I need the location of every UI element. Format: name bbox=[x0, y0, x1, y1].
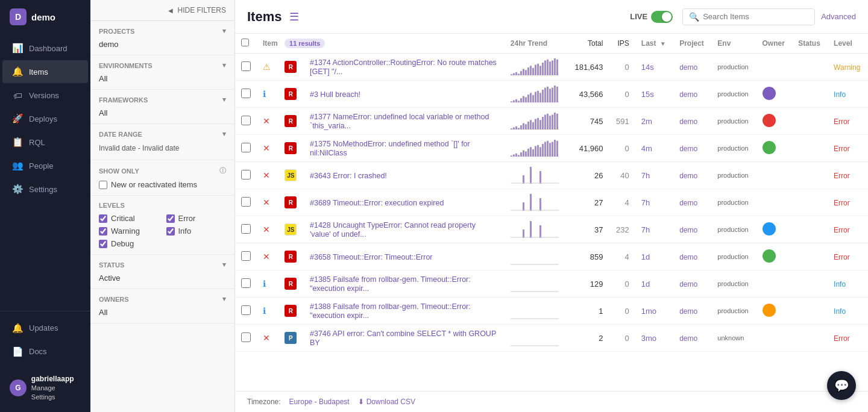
svg-rect-7 bbox=[527, 67, 529, 75]
project-link[interactable]: demo bbox=[679, 199, 697, 207]
ips-cell: 0 bbox=[609, 325, 635, 352]
live-toggle[interactable] bbox=[651, 11, 673, 23]
sidebar-item-versions[interactable]: 🏷 Versions bbox=[2, 84, 88, 107]
row-checkbox[interactable] bbox=[241, 278, 251, 288]
critical-checkbox[interactable] bbox=[99, 214, 107, 223]
row-checkbox[interactable] bbox=[241, 170, 251, 179]
owner-cell bbox=[756, 81, 793, 108]
new-reactivated-checkbox[interactable] bbox=[99, 181, 107, 189]
advanced-link[interactable]: Advanced bbox=[821, 12, 856, 21]
row-checkbox[interactable] bbox=[241, 89, 251, 98]
frameworks-filter-toggle[interactable]: FRAMEWORKS ▾ bbox=[99, 96, 226, 104]
owners-filter-toggle[interactable]: OWNERS ▾ bbox=[99, 295, 226, 303]
project-link[interactable]: demo bbox=[679, 172, 697, 180]
level-debug: Debug bbox=[99, 239, 159, 248]
row-checkbox[interactable] bbox=[241, 224, 251, 234]
date-range-value: Invalid date - Invalid date bbox=[99, 143, 226, 154]
status-cell bbox=[792, 189, 828, 216]
total-col-header[interactable]: Total bbox=[567, 34, 609, 54]
sidebar-item-items[interactable]: 🔔 Items bbox=[2, 60, 88, 83]
sparkline bbox=[511, 166, 561, 184]
status-cell bbox=[792, 162, 828, 189]
row-checkbox[interactable] bbox=[241, 116, 251, 125]
item-link[interactable]: #3 Hull breach! bbox=[310, 90, 360, 99]
item-link[interactable]: #3643 Error: I crashed! bbox=[310, 172, 387, 180]
project-link[interactable]: demo bbox=[679, 226, 697, 234]
svg-rect-45 bbox=[523, 123, 524, 130]
status-filter-toggle[interactable]: STATUS ▾ bbox=[99, 261, 226, 269]
sidebar-item-dashboard[interactable]: 📊 Dashboard bbox=[2, 37, 88, 60]
item-link[interactable]: #1375 NoMethodError: undefined method `[… bbox=[310, 140, 470, 157]
row-checkbox[interactable] bbox=[241, 251, 251, 261]
warning-checkbox[interactable] bbox=[99, 227, 107, 236]
row-checkbox[interactable] bbox=[241, 197, 251, 207]
search-input[interactable] bbox=[703, 12, 808, 21]
status-label: STATUS bbox=[99, 261, 124, 269]
item-link[interactable]: #1374 ActionController::RoutingError: No… bbox=[310, 58, 497, 76]
show-only-info-icon[interactable]: ⓘ bbox=[219, 166, 226, 175]
svg-rect-90 bbox=[539, 225, 541, 238]
item-link[interactable]: #1428 Uncaught TypeError: Cannot read pr… bbox=[310, 221, 476, 239]
chat-button[interactable]: 💬 bbox=[827, 371, 856, 400]
project-link[interactable]: demo bbox=[679, 334, 697, 343]
row-checkbox[interactable] bbox=[241, 143, 251, 152]
app-logo[interactable]: D demo bbox=[0, 0, 90, 34]
project-link[interactable]: demo bbox=[679, 307, 697, 316]
live-badge: LIVE bbox=[630, 11, 673, 23]
project-link[interactable]: demo bbox=[679, 63, 697, 72]
sidebar-item-deploys[interactable]: 🚀 Deploys bbox=[2, 107, 88, 130]
list-view-icon[interactable]: ☰ bbox=[288, 8, 301, 25]
row-checkbox[interactable] bbox=[241, 332, 251, 342]
sidebar-item-rql[interactable]: 📋 RQL bbox=[2, 131, 88, 154]
project-link[interactable]: demo bbox=[679, 145, 697, 153]
error-checkbox[interactable] bbox=[166, 214, 175, 223]
svg-rect-84 bbox=[523, 202, 524, 211]
sidebar-item-docs[interactable]: 📄 Docs bbox=[2, 340, 88, 363]
debug-checkbox[interactable] bbox=[99, 240, 107, 248]
last-col-header[interactable]: Last ▼ bbox=[635, 34, 673, 54]
info-checkbox[interactable] bbox=[166, 227, 175, 236]
sidebar-item-label: People bbox=[29, 161, 53, 170]
project-link[interactable]: demo bbox=[679, 253, 697, 261]
dashboard-icon: 📊 bbox=[12, 43, 23, 54]
row-checkbox[interactable] bbox=[241, 305, 251, 315]
row-checkbox[interactable] bbox=[241, 61, 251, 71]
project-link[interactable]: demo bbox=[679, 117, 697, 126]
item-link[interactable]: #1385 Failsafe from rollbar-gem. Timeout… bbox=[310, 275, 471, 293]
environments-filter-toggle[interactable]: ENVIRONMENTS ▾ bbox=[99, 61, 226, 69]
total-cell: 37 bbox=[567, 216, 609, 243]
sidebar-item-settings[interactable]: ⚙️ Settings bbox=[2, 178, 88, 201]
date-range-filter-toggle[interactable]: DATE RANGE ▾ bbox=[99, 130, 226, 138]
level-badge: Info bbox=[834, 307, 846, 316]
sidebar-item-people[interactable]: 👥 People bbox=[2, 154, 88, 177]
table-row: ℹ R #1388 Failsafe from rollbar-gem. Tim… bbox=[235, 298, 868, 325]
status-cell bbox=[792, 216, 828, 243]
svg-rect-82 bbox=[539, 171, 541, 184]
item-link[interactable]: #1377 NameError: undefined local variabl… bbox=[310, 113, 489, 130]
projects-filter-toggle[interactable]: PROJECTS ▾ bbox=[99, 27, 226, 35]
item-link[interactable]: #3658 Timeout::Error: Timeout::Error bbox=[310, 253, 433, 261]
hide-filters-label: HIDE FILTERS bbox=[178, 6, 226, 14]
svg-rect-37 bbox=[552, 88, 553, 103]
sidebar-item-label: Docs bbox=[29, 347, 47, 356]
total-cell: 181,643 bbox=[567, 54, 609, 81]
svg-rect-16 bbox=[549, 61, 551, 75]
owners-value: All bbox=[99, 308, 226, 317]
item-link[interactable]: #1388 Failsafe from rollbar-gem. Timeout… bbox=[310, 302, 471, 320]
item-link[interactable]: #3689 Timeout::Error: execution expired bbox=[310, 199, 444, 207]
sidebar-item-updates[interactable]: 🔔 Updates bbox=[2, 317, 88, 340]
user-menu[interactable]: G gabriellaapp Manage Settings bbox=[6, 371, 84, 405]
username: gabriellaapp bbox=[31, 375, 81, 384]
owner-avatar bbox=[763, 114, 776, 127]
download-csv-link[interactable]: ⬇ Download CSV bbox=[358, 398, 415, 406]
project-link[interactable]: demo bbox=[679, 90, 697, 99]
sparkline bbox=[511, 220, 561, 239]
svg-rect-27 bbox=[527, 95, 529, 102]
ips-col-header[interactable]: IPS bbox=[609, 34, 635, 54]
hide-filters-button[interactable]: ◀ HIDE FILTERS bbox=[90, 0, 234, 21]
item-link[interactable]: #3746 API error: Can't combine SELECT * … bbox=[310, 329, 496, 347]
project-link[interactable]: demo bbox=[679, 280, 697, 289]
select-all-checkbox[interactable] bbox=[241, 39, 249, 46]
timezone-link[interactable]: Europe - Budapest bbox=[289, 398, 350, 406]
frameworks-label: FRAMEWORKS bbox=[99, 96, 148, 104]
